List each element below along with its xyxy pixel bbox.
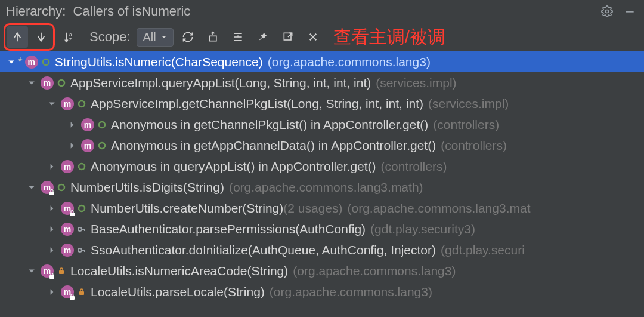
svg-point-0 [606,10,609,13]
method-signature: BaseAuthenticator.parsePermissions(AuthC… [91,222,366,236]
method-signature: Anonymous in getChannelPkgList() in AppC… [111,118,428,132]
package-label: (services.impl) [428,97,509,111]
method-signature: AppServiceImpl.queryAppList(Long, String… [70,76,371,90]
method-badge-icon: m [41,76,54,90]
package-label: (controllers) [441,139,507,153]
method-signature: Anonymous in queryAppList() in AppContro… [91,159,376,174]
svg-rect-26 [84,250,85,252]
tree-row[interactable]: mAppServiceImpl.queryAppList(Long, Strin… [0,72,644,93]
method-badge-icon: m [25,56,38,69]
expand-arrow[interactable] [45,205,58,212]
minimize-icon[interactable] [621,3,638,20]
tree-row[interactable]: mSsoAuthenticator.doInitialize(AuthQueue… [0,239,644,260]
svg-text:z: z [69,37,72,42]
expand-arrow[interactable] [5,59,18,66]
method-badge-icon: m [61,202,74,215]
expand-arrow[interactable] [45,163,58,170]
tree-row[interactable]: mAnonymous in getChannelPkgList() in App… [0,114,644,135]
expand-arrow[interactable] [25,79,38,87]
svg-point-20 [79,205,85,211]
svg-point-12 [58,80,64,86]
package-label: (org.apache.commons.lang3.mat [347,201,530,216]
expand-arrow[interactable] [45,226,58,233]
package-label: (org.apache.commons.lang3) [268,55,431,69]
expand-arrow[interactable] [45,247,58,254]
method-badge-icon: m [61,97,74,110]
tree-row[interactable]: mNumberUtils.isDigits(String)(org.apache… [0,177,644,198]
expand-all-button[interactable] [227,26,249,48]
visibility-icon [76,246,87,254]
tree-row[interactable]: *mStringUtils.isNumeric(CharSequence)(or… [0,51,644,72]
autoscroll-source-button[interactable] [202,26,224,48]
method-signature: Anonymous in getAppChannelData() in AppC… [111,139,436,153]
svg-point-15 [99,143,105,149]
svg-point-11 [43,59,49,65]
package-label: (gdt.play.securi [441,243,525,257]
tree-row[interactable]: mAnonymous in getAppChannelData() in App… [0,135,644,156]
tree-row[interactable]: mAnonymous in queryAppList() in AppContr… [0,156,644,177]
expand-arrow[interactable] [25,267,38,275]
svg-point-13 [79,101,85,107]
method-badge-icon: m [61,285,74,298]
gear-icon[interactable] [599,3,615,20]
svg-rect-1 [626,11,633,13]
visibility-icon [41,58,51,66]
package-label: (org.apache.commons.lang3.math) [229,180,423,195]
package-label: (controllers) [433,118,499,132]
method-badge-icon: m [81,118,94,131]
sort-alpha-button[interactable]: az [58,26,80,48]
pin-button[interactable] [252,26,274,48]
package-label: (gdt.play.security3) [370,222,475,236]
method-signature: AppServiceImpl.getChannelPkgList(Long, S… [91,97,423,111]
method-badge-icon: m [61,160,74,173]
visibility-icon [76,100,87,108]
method-signature: NumberUtils.isDigits(String) [70,180,224,195]
titlebar: Hierarchy: Callers of isNumeric [0,0,644,23]
svg-rect-4 [209,36,216,41]
callers-button[interactable] [7,26,28,48]
svg-rect-30 [79,291,84,295]
svg-rect-17 [49,192,54,195]
callees-button[interactable] [30,26,52,48]
package-label: (org.apache.commons.lang3) [293,264,456,278]
visibility-icon [56,183,67,192]
scope-value: All [143,30,156,44]
svg-rect-23 [84,229,85,231]
svg-rect-28 [59,270,64,274]
hierarchy-title: Hierarchy: Callers of isNumeric [6,4,190,19]
method-signature: LocaleUtils.parseLocale(String) [91,285,265,299]
svg-rect-27 [49,275,54,279]
package-label: (controllers) [381,159,447,174]
svg-point-14 [99,122,105,128]
svg-point-16 [79,164,85,170]
tree-row[interactable]: mBaseAuthenticator.parsePermissions(Auth… [0,218,644,239]
visibility-icon [97,121,107,129]
method-badge-icon: m [41,264,54,278]
close-button[interactable] [302,26,324,48]
tree-row[interactable]: mLocaleUtils.isNumericAreaCode(String)(o… [0,260,644,281]
method-signature: SsoAuthenticator.doInitialize(AuthQueue,… [91,243,436,257]
expand-arrow[interactable] [25,184,38,191]
star-icon: * [18,55,23,69]
scope-select[interactable]: All [137,28,174,47]
visibility-icon [56,79,67,87]
refresh-button[interactable] [177,26,199,48]
tree-row[interactable]: mNumberUtils.createNumber(String)(2 usag… [0,198,644,218]
scope-label: Scope: [89,29,131,45]
expand-arrow[interactable] [66,142,79,149]
expand-arrow[interactable] [66,121,79,128]
call-hierarchy-tree[interactable]: *mStringUtils.isNumeric(CharSequence)(or… [0,51,644,302]
package-label: (services.impl) [376,76,456,90]
visibility-icon [56,267,67,275]
export-button[interactable] [277,26,299,48]
expand-arrow[interactable] [45,100,58,107]
method-badge-icon: m [81,139,94,152]
tree-row[interactable]: mLocaleUtils.parseLocale(String)(org.apa… [0,281,644,302]
package-label: (org.apache.commons.lang3) [270,285,432,299]
expand-arrow[interactable] [45,288,58,296]
svg-rect-8 [284,33,291,40]
method-badge-icon: m [61,223,74,236]
method-signature: NumberUtils.createNumber(String) [91,201,283,216]
usages-count: (2 usages) [283,201,342,216]
tree-row[interactable]: mAppServiceImpl.getChannelPkgList(Long, … [0,93,644,114]
